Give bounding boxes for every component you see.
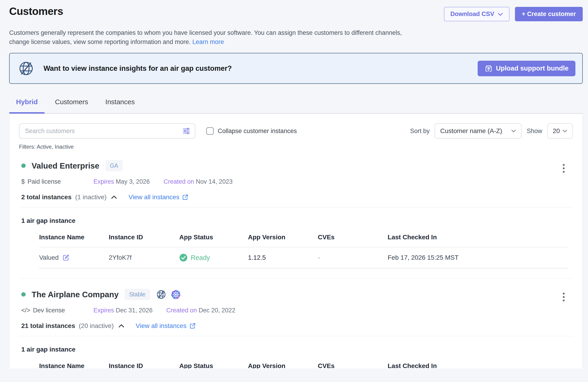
table-header-row: Instance Name Instance ID App Status App… <box>39 362 568 368</box>
last-checked-in: Feb 17, 2026 15:25 MST <box>388 254 568 261</box>
collapse-instances-checkbox[interactable] <box>206 127 214 135</box>
show-count-select[interactable]: 20 <box>547 124 573 139</box>
chevron-down-icon <box>511 129 516 133</box>
customer-menu-kebab-icon[interactable] <box>561 163 566 174</box>
expires-field: Expires Dec 31, 2026 <box>93 307 152 314</box>
upload-support-bundle-label: Upload support bundle <box>496 64 568 72</box>
airgap-globe-icon <box>18 60 34 77</box>
airgap-instances-heading: 1 air gap instance <box>19 217 573 224</box>
tab-instances[interactable]: Instances <box>105 98 135 113</box>
col-app-status: App Status <box>179 233 248 241</box>
page-title: Customers <box>9 5 63 17</box>
inactive-instances-count: (20 inactive) <box>79 322 114 330</box>
app-version: 1.12.5 <box>248 254 318 261</box>
airgap-instances-table: Instance Name Instance ID App Status App… <box>39 233 568 268</box>
col-app-version: App Version <box>248 233 318 241</box>
col-last-checked-in: Last Checked In <box>388 233 568 241</box>
expires-value: Dec 31, 2026 <box>116 307 153 314</box>
active-status-dot <box>21 164 26 168</box>
col-cves: CVEs <box>318 233 388 241</box>
airgap-globe-icon <box>156 289 167 300</box>
total-instances-count: 21 total instances <box>21 322 75 330</box>
show-label: Show <box>527 127 542 135</box>
airgap-instances-heading: 1 air gap instance <box>19 346 573 353</box>
sort-by-value: Customer name (A-Z) <box>440 127 502 135</box>
chevron-down-icon <box>498 12 503 16</box>
created-value: Dec 20, 2022 <box>199 307 235 314</box>
collapse-chevron-up-icon[interactable] <box>118 324 125 328</box>
created-field: Created on Nov 14, 2023 <box>164 178 233 185</box>
expires-label: Expires <box>93 307 114 314</box>
filter-sliders-icon[interactable] <box>183 127 190 135</box>
create-customer-button[interactable]: + Create customer <box>515 7 583 21</box>
app-status: Ready <box>191 254 210 261</box>
cves-value: - <box>318 254 388 261</box>
page-description: Customers generally represent the compan… <box>9 28 421 46</box>
collapse-instances-label: Collapse customer instances <box>218 127 297 135</box>
divider <box>19 336 573 336</box>
col-app-version: App Version <box>248 362 318 368</box>
instance-name: Valued <box>39 254 59 261</box>
col-instance-id: Instance ID <box>109 233 179 241</box>
airgap-instances-table: Instance Name Instance ID App Status App… <box>39 362 568 368</box>
tab-bar: Hybrid Customers Instances <box>9 98 583 114</box>
table-header-row: Instance Name Instance ID App Status App… <box>39 233 568 247</box>
col-app-status: App Status <box>179 362 248 368</box>
upload-support-bundle-button[interactable]: Upload support bundle <box>478 61 575 76</box>
collapse-instances-control[interactable]: Collapse customer instances <box>206 127 297 135</box>
created-label: Created on <box>164 178 194 185</box>
sort-by-select[interactable]: Customer name (A-Z) <box>435 124 522 139</box>
customer-card-the-airplane-company: The Airplane Company Stable <box>19 279 573 368</box>
inactive-instances-count: (1 inactive) <box>75 193 106 201</box>
created-field: Created on Dec 20, 2022 <box>166 307 235 314</box>
external-link-icon <box>182 194 189 200</box>
license-type-label: Dev license <box>33 307 65 314</box>
edit-icon[interactable] <box>62 254 70 261</box>
col-instance-name: Instance Name <box>39 362 109 368</box>
license-type: </> Dev license <box>21 307 93 314</box>
external-link-icon <box>189 323 196 329</box>
download-csv-button[interactable]: Download CSV <box>444 7 509 21</box>
tab-hybrid[interactable]: Hybrid <box>16 98 38 113</box>
airgap-banner: Want to view instance insights for an ai… <box>9 53 583 84</box>
expires-field: Expires May 3, 2026 <box>93 178 150 185</box>
license-type: $ Paid license <box>21 178 93 185</box>
col-instance-name: Instance Name <box>39 233 109 241</box>
expires-value: May 3, 2026 <box>116 178 150 185</box>
tab-customers[interactable]: Customers <box>55 98 88 113</box>
kubernetes-icon <box>170 289 181 300</box>
col-cves: CVEs <box>318 362 388 368</box>
divider <box>19 207 573 208</box>
chevron-down-icon <box>562 129 567 133</box>
download-csv-label: Download CSV <box>450 11 494 18</box>
active-status-dot <box>21 292 26 297</box>
table-row: Valued 2YfoK7f <box>39 247 568 268</box>
created-label: Created on <box>166 307 197 314</box>
paid-license-icon: $ <box>21 178 25 185</box>
view-all-instances-link[interactable]: View all instances <box>136 322 187 330</box>
customer-card-valued-enterprise: Valued Enterprise GA $ Paid license Expi… <box>19 150 573 279</box>
customers-page: Customers Download CSV + Create customer… <box>0 0 588 368</box>
col-last-checked-in: Last Checked In <box>388 362 568 368</box>
filters-note: Filters: Active, Inactive <box>19 144 573 150</box>
customer-menu-kebab-icon[interactable] <box>561 291 566 303</box>
learn-more-link[interactable]: Learn more <box>192 39 224 45</box>
customer-name[interactable]: Valued Enterprise <box>32 161 99 170</box>
airgap-banner-title: Want to view instance insights for an ai… <box>43 64 478 73</box>
view-all-instances-link[interactable]: View all instances <box>128 193 179 201</box>
collapse-chevron-up-icon[interactable] <box>111 195 117 199</box>
channel-badge: Stable <box>125 289 150 300</box>
upload-icon <box>484 64 493 73</box>
customers-panel: Collapse customer instances Sort by Cust… <box>9 114 583 368</box>
created-value: Nov 14, 2023 <box>196 178 233 185</box>
customer-name[interactable]: The Airplane Company <box>32 290 119 299</box>
sort-by-label: Sort by <box>410 127 430 135</box>
show-count-value: 20 <box>553 127 560 135</box>
search-input[interactable] <box>19 124 195 139</box>
col-instance-id: Instance ID <box>109 362 179 368</box>
channel-badge: GA <box>105 160 123 171</box>
total-instances-count: 2 total instances <box>21 193 71 201</box>
instance-id: 2YfoK7f <box>109 254 179 261</box>
create-customer-label: + Create customer <box>522 11 576 18</box>
expires-label: Expires <box>93 178 114 185</box>
